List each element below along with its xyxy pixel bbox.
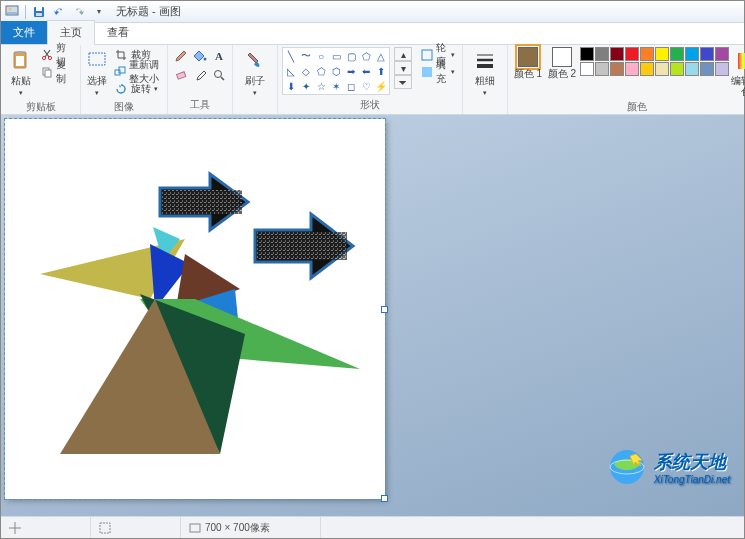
- color-swatch-2[interactable]: [610, 47, 624, 61]
- canvas[interactable]: [5, 119, 385, 499]
- shape-curve[interactable]: 〜: [299, 49, 313, 63]
- canvas-content: [5, 119, 385, 499]
- tab-file[interactable]: 文件: [1, 21, 47, 44]
- canvas-size-icon: [189, 522, 201, 534]
- tool-magnifier[interactable]: [210, 66, 228, 84]
- tool-picker[interactable]: [191, 66, 209, 84]
- group-clipboard: 粘贴▾ 剪切 复制 剪贴板: [1, 45, 81, 114]
- svg-point-9: [43, 56, 46, 59]
- shape-hexagon[interactable]: ⬡: [329, 64, 343, 78]
- shape-star5[interactable]: ☆: [314, 79, 328, 93]
- shape-oval[interactable]: ○: [314, 49, 328, 63]
- color-swatch-12[interactable]: [610, 62, 624, 76]
- group-label-colors: 颜色: [512, 99, 745, 116]
- shape-lightning[interactable]: ⚡: [374, 79, 388, 93]
- svg-rect-5: [36, 13, 42, 16]
- color-swatch-9[interactable]: [715, 47, 729, 61]
- color-swatch-19[interactable]: [715, 62, 729, 76]
- crosshair-icon: [9, 522, 21, 534]
- resize-button[interactable]: 重新调整大小: [111, 64, 163, 80]
- color-swatch-16[interactable]: [670, 62, 684, 76]
- copy-button[interactable]: 复制: [38, 64, 76, 80]
- shape-callout[interactable]: ◻: [344, 79, 358, 93]
- shape-line[interactable]: ╲: [284, 49, 298, 63]
- redo-button[interactable]: [70, 3, 88, 21]
- tool-text[interactable]: A: [210, 47, 228, 65]
- group-brushes: 刷子▾: [233, 45, 278, 114]
- watermark: 系统天地 XiTongTianDi.net: [606, 446, 730, 488]
- svg-rect-17: [177, 72, 186, 79]
- shape-diamond[interactable]: ◇: [299, 64, 313, 78]
- color-swatch-14[interactable]: [640, 62, 654, 76]
- color-swatch-1[interactable]: [595, 47, 609, 61]
- color-swatch-18[interactable]: [700, 62, 714, 76]
- group-label-clipboard: 剪贴板: [5, 99, 76, 116]
- color-swatch-4[interactable]: [640, 47, 654, 61]
- ribbon: 粘贴▾ 剪切 复制 剪贴板 选择▾ 裁剪 重新调整大小 旋转 ▾: [1, 45, 744, 115]
- svg-point-10: [49, 56, 52, 59]
- shape-polygon[interactable]: ⬠: [359, 49, 373, 63]
- group-label-shapes: 形状: [282, 97, 458, 114]
- quick-access-toolbar: ▾: [23, 3, 108, 21]
- paste-button[interactable]: 粘贴▾: [5, 47, 36, 99]
- edit-colors-button[interactable]: 编辑颜色: [731, 47, 745, 99]
- status-position: [1, 517, 91, 538]
- shape-roundrect[interactable]: ▢: [344, 49, 358, 63]
- tool-pencil[interactable]: [172, 47, 190, 65]
- tool-eraser[interactable]: [172, 66, 190, 84]
- undo-button[interactable]: [50, 3, 68, 21]
- svg-rect-4: [36, 7, 42, 11]
- shape-arrow-u[interactable]: ⬆: [374, 64, 388, 78]
- shape-rect[interactable]: ▭: [329, 49, 343, 63]
- shape-triangle[interactable]: △: [374, 49, 388, 63]
- svg-rect-1: [7, 12, 17, 14]
- tool-fill[interactable]: [191, 47, 209, 65]
- watermark-title: 系统天地: [654, 450, 726, 474]
- color-swatch-8[interactable]: [700, 47, 714, 61]
- stroke-width-button[interactable]: 粗细▾: [467, 47, 503, 99]
- shape-pentagon[interactable]: ⬠: [314, 64, 328, 78]
- color1-button[interactable]: 颜色 1: [512, 47, 544, 99]
- workspace[interactable]: 系统天地 XiTongTianDi.net: [1, 115, 744, 516]
- shapes-gallery[interactable]: ╲ 〜 ○ ▭ ▢ ⬠ △ ◺ ◇ ⬠ ⬡ ➡ ⬅ ⬆ ⬇ ✦ ☆: [282, 47, 390, 95]
- rotate-button[interactable]: 旋转 ▾: [111, 81, 163, 97]
- tab-view[interactable]: 查看: [95, 21, 141, 44]
- shape-arrow-r[interactable]: ➡: [344, 64, 358, 78]
- color-swatch-17[interactable]: [685, 62, 699, 76]
- color-swatch-5[interactable]: [655, 47, 669, 61]
- shapes-scroll-up[interactable]: ▴: [394, 47, 412, 61]
- shape-star4[interactable]: ✦: [299, 79, 313, 93]
- group-shapes: ╲ 〜 ○ ▭ ▢ ⬠ △ ◺ ◇ ⬠ ⬡ ➡ ⬅ ⬆ ⬇ ✦ ☆: [278, 45, 463, 114]
- shapes-scroll-down[interactable]: ▾: [394, 61, 412, 75]
- ribbon-tabs: 文件 主页 查看: [1, 23, 744, 45]
- color-swatch-15[interactable]: [655, 62, 669, 76]
- color-swatch-3[interactable]: [625, 47, 639, 61]
- shape-arrow-l[interactable]: ⬅: [359, 64, 373, 78]
- shapes-more[interactable]: ⏷: [394, 75, 412, 89]
- save-button[interactable]: [30, 3, 48, 21]
- shape-star6[interactable]: ✶: [329, 79, 343, 93]
- status-selection: [91, 517, 181, 538]
- title-bar: ▾ 无标题 - 画图: [1, 1, 744, 23]
- color-swatch-7[interactable]: [685, 47, 699, 61]
- color-swatch-0[interactable]: [580, 47, 594, 61]
- shape-fill-button[interactable]: 填充 ▾: [418, 64, 458, 80]
- shape-rtriangle[interactable]: ◺: [284, 64, 298, 78]
- globe-icon: [606, 446, 648, 488]
- status-bar: 700 × 700像素: [1, 516, 744, 538]
- selection-icon: [99, 522, 111, 534]
- svg-rect-8: [16, 56, 24, 66]
- select-button[interactable]: 选择▾: [85, 47, 109, 99]
- brushes-button[interactable]: 刷子▾: [237, 47, 273, 99]
- color-swatch-11[interactable]: [595, 62, 609, 76]
- svg-point-2: [9, 7, 12, 10]
- qat-customize[interactable]: ▾: [90, 3, 108, 21]
- color-swatch-10[interactable]: [580, 62, 594, 76]
- color2-button[interactable]: 颜色 2: [546, 47, 578, 99]
- shape-arrow-d[interactable]: ⬇: [284, 79, 298, 93]
- color-swatch-13[interactable]: [625, 62, 639, 76]
- color-swatch-6[interactable]: [670, 47, 684, 61]
- svg-rect-31: [257, 232, 347, 260]
- shape-heart[interactable]: ♡: [359, 79, 373, 93]
- svg-point-16: [204, 58, 207, 61]
